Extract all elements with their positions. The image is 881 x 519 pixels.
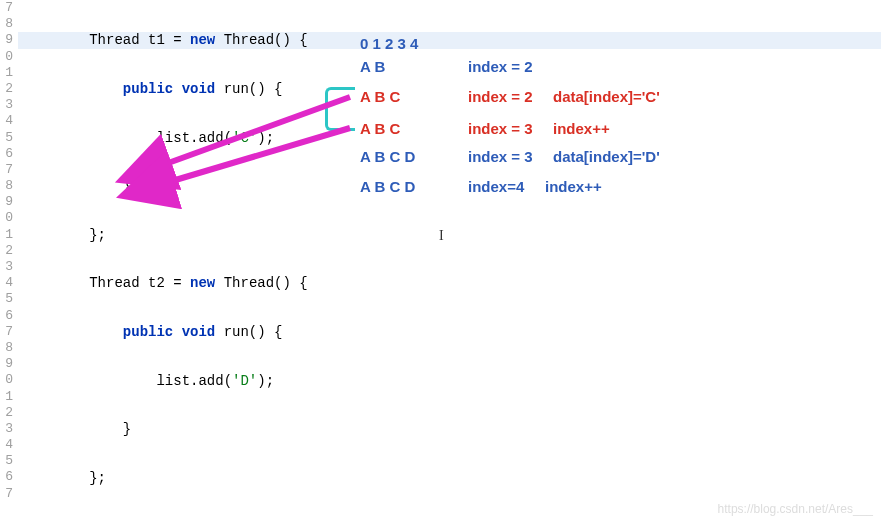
line-number: 5 [0,453,13,469]
line-number: 7 [0,162,13,178]
line-number: 5 [0,291,13,307]
line-number: 4 [0,437,13,453]
code-line: Thread t1 = new Thread() { [18,32,881,48]
line-number: 2 [0,81,13,97]
line-number: 9 [0,194,13,210]
line-number: 6 [0,308,13,324]
code-line: list.add('D'); [18,373,881,389]
line-number: 7 [0,0,13,16]
code-line: }; [18,470,881,486]
line-number: 0 [0,210,13,226]
code-line: } [18,178,881,194]
watermark: https://blog.csdn.net/Ares___ [718,502,873,516]
line-number: 6 [0,146,13,162]
line-number: 3 [0,421,13,437]
line-number: 7 [0,324,13,340]
line-number [0,502,13,518]
editor: 7 8 9 0 1 2 3 4 5 6 7 8 9 0 1 2 3 4 5 6 … [0,0,881,519]
line-number: 2 [0,405,13,421]
line-number: 1 [0,227,13,243]
code-line: }; [18,227,881,243]
code-line: } [18,421,881,437]
line-number: 3 [0,97,13,113]
line-number: 2 [0,243,13,259]
line-number: 4 [0,275,13,291]
line-number: 4 [0,113,13,129]
line-number: 8 [0,16,13,32]
line-number: 6 [0,469,13,485]
line-number: 1 [0,65,13,81]
line-number: 9 [0,32,13,48]
line-number: 7 [0,486,13,502]
code-area[interactable]: Thread t1 = new Thread() { public void r… [18,0,881,519]
code-line: list.add('C'); [18,130,881,146]
line-number: 1 [0,389,13,405]
code-line: public void run() { [18,81,881,97]
code-line: Thread t2 = new Thread() { [18,275,881,291]
line-number: 8 [0,178,13,194]
line-number: 3 [0,259,13,275]
line-number: 9 [0,356,13,372]
line-number: 0 [0,372,13,388]
line-number: 0 [0,49,13,65]
line-number-gutter: 7 8 9 0 1 2 3 4 5 6 7 8 9 0 1 2 3 4 5 6 … [0,0,18,519]
line-number: 5 [0,130,13,146]
line-number: 8 [0,340,13,356]
code-line: public void run() { [18,324,881,340]
